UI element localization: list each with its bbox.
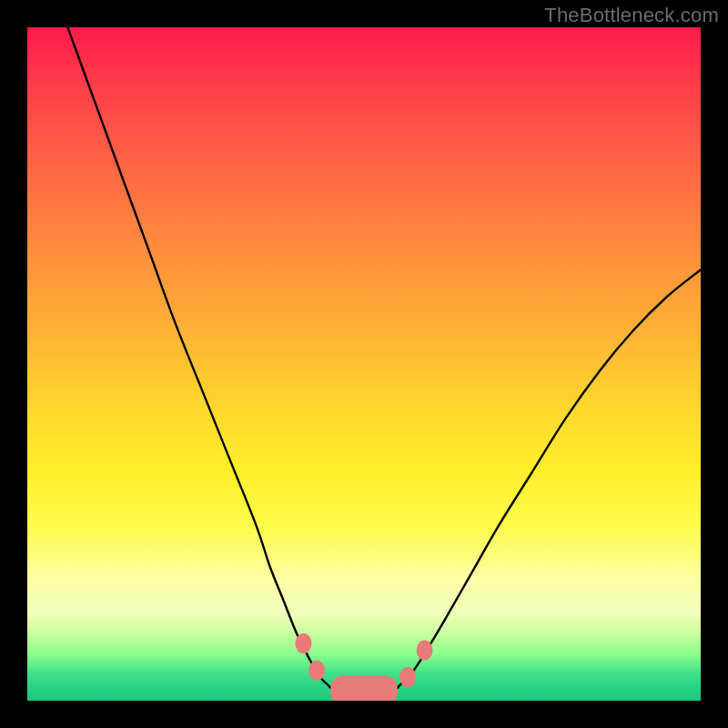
chart-svg: [27, 27, 701, 701]
bead-right-lower: [399, 667, 416, 687]
chart-plot-area: [27, 27, 701, 701]
bead-left-upper: [295, 633, 311, 653]
bead-right-upper: [417, 641, 433, 661]
bottleneck-curve: [67, 27, 701, 693]
chart-frame: TheBottleneck.com: [0, 0, 728, 728]
valley-lozenge: [330, 676, 398, 701]
watermark-text: TheBottleneck.com: [544, 4, 719, 27]
bead-left-lower: [308, 661, 325, 681]
